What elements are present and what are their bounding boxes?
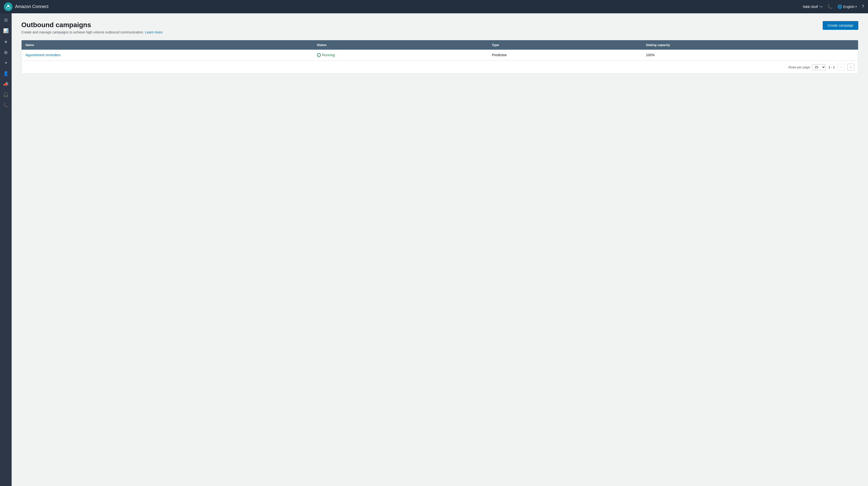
prev-page-button[interactable]: ‹ [838, 64, 844, 70]
sidebar-item-agent[interactable]: 🎧 [1, 90, 11, 100]
campaigns-table-container: Name Status Type Dialing capacity Appoin… [21, 40, 858, 74]
rows-per-page-label: Rows per page: [788, 65, 811, 69]
sidebar-item-channels[interactable]: 📣 [1, 79, 11, 89]
rows-per-page-select[interactable]: 25 10 50 100 [812, 64, 826, 70]
sidebar: ⊞ 📊 ◈ ◎ ✦ 👤 📣 🎧 📞 [0, 13, 12, 486]
logout-icon[interactable]: ↪ [819, 4, 823, 9]
cell-status: ✓ Running [313, 50, 488, 61]
sidebar-item-phone[interactable]: 📞 [1, 101, 11, 110]
user-menu[interactable]: Nikki Wolf ↪ [803, 4, 823, 9]
learn-more-link[interactable]: Learn more [145, 30, 163, 34]
table-header: Name Status Type Dialing capacity [22, 40, 858, 50]
campaigns-table: Name Status Type Dialing capacity Appoin… [22, 40, 858, 73]
channels-icon: 📣 [3, 82, 8, 87]
status-label: Running [322, 53, 335, 57]
sidebar-item-dashboard[interactable]: ⊞ [1, 15, 11, 25]
page-subtitle: Create and manage campaigns to achieve h… [21, 30, 162, 34]
language-label: English [843, 5, 855, 9]
dashboard-icon: ⊞ [4, 18, 8, 23]
phone-icon[interactable]: 📞 [827, 4, 833, 9]
agent-icon: 🎧 [3, 92, 8, 97]
main-content: Outbound campaigns Create and manage cam… [12, 13, 868, 486]
column-status: Status [313, 40, 488, 50]
create-campaign-button[interactable]: Create campaign [823, 21, 858, 30]
status-running: ✓ Running [317, 53, 484, 57]
column-name: Name [22, 40, 313, 50]
chevron-down-icon: ▾ [856, 5, 857, 8]
sidebar-item-tasks[interactable]: ✦ [1, 58, 11, 68]
sidebar-item-metrics[interactable]: 📊 [1, 26, 11, 36]
sidebar-item-campaigns[interactable]: ◎ [1, 47, 11, 57]
sidebar-item-users[interactable]: 👤 [1, 69, 11, 78]
table-body: Appointment reminders ✓ Running Predicti… [22, 50, 858, 73]
topnav-right: Nikki Wolf ↪ 📞 🌐 English ▾ ? [803, 4, 864, 9]
table-row: Appointment reminders ✓ Running Predicti… [22, 50, 858, 61]
page-title: Outbound campaigns [21, 21, 162, 29]
svg-point-1 [7, 5, 9, 7]
rows-per-page: Rows per page: 25 10 50 100 [788, 64, 826, 70]
username-label: Nikki Wolf [803, 5, 818, 9]
page-info: 1 - 1 [829, 65, 835, 69]
sidebar-item-routing[interactable]: ◈ [1, 37, 11, 46]
metrics-icon: 📊 [3, 28, 8, 33]
pagination-cell: Rows per page: 25 10 50 100 1 - 1 ‹ › [22, 61, 858, 74]
app-logo-icon [4, 2, 12, 11]
table-header-row: Name Status Type Dialing capacity [22, 40, 858, 50]
column-type: Type [488, 40, 642, 50]
next-page-button[interactable]: › [847, 64, 854, 70]
phone-sidebar-icon: 📞 [3, 103, 8, 108]
cell-dialing-capacity: 100% [642, 50, 858, 61]
tasks-icon: ✦ [4, 61, 7, 65]
cell-name: Appointment reminders [22, 50, 313, 61]
running-status-icon: ✓ [317, 53, 321, 57]
top-navigation: Amazon Connect Nikki Wolf ↪ 📞 🌐 English … [0, 0, 868, 13]
campaigns-icon: ◎ [4, 50, 7, 55]
app-logo[interactable]: Amazon Connect [4, 2, 49, 11]
page-subtitle-text: Create and manage campaigns to achieve h… [21, 30, 144, 34]
cell-type: Predictive [488, 50, 642, 61]
app-title: Amazon Connect [15, 4, 49, 9]
users-icon: 👤 [3, 71, 8, 76]
column-dialing-capacity: Dialing capacity [642, 40, 858, 50]
pagination-row-container: Rows per page: 25 10 50 100 1 - 1 ‹ › [22, 61, 858, 74]
campaign-name-link[interactable]: Appointment reminders [26, 53, 61, 57]
page-header: Outbound campaigns Create and manage cam… [21, 21, 858, 34]
language-selector[interactable]: 🌐 English ▾ [837, 4, 857, 9]
page-header-text: Outbound campaigns Create and manage cam… [21, 21, 162, 34]
globe-icon: 🌐 [837, 4, 842, 9]
routing-icon: ◈ [4, 39, 7, 44]
pagination: Rows per page: 25 10 50 100 1 - 1 ‹ › [22, 61, 858, 73]
help-icon[interactable]: ? [862, 4, 864, 9]
